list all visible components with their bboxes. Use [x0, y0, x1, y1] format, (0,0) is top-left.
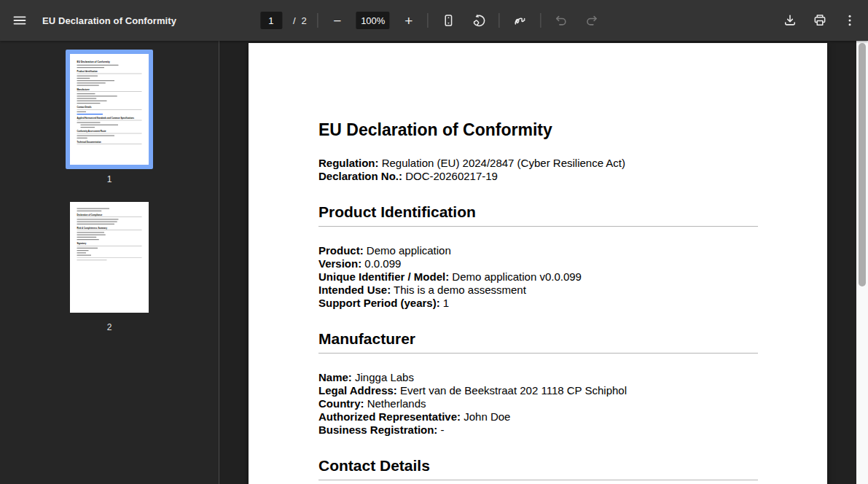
doc-section: ManufacturerName: Jingga LabsLegal Addre…	[318, 330, 758, 437]
doc-section: Product IdentificationProduct: Demo appl…	[318, 203, 758, 310]
annotate-icon[interactable]	[511, 11, 530, 30]
page-thumbnail-1[interactable]: EU Declaration of ConformityProduct Iden…	[66, 50, 153, 169]
zoom-in-button[interactable]: +	[401, 12, 417, 29]
menu-icon[interactable]	[10, 11, 29, 30]
section-heading: Contact Details	[318, 457, 758, 480]
fit-to-page-icon[interactable]	[439, 11, 458, 30]
pdf-page-1: EU Declaration of Conformity Regulation:…	[249, 43, 827, 484]
mini-text-line	[77, 254, 92, 255]
mini-footer-line	[77, 259, 107, 260]
mini-text-line	[77, 222, 117, 222]
mini-doc-title: EU Declaration of Conformity	[77, 60, 142, 63]
toolbar-divider	[318, 13, 318, 28]
more-options-icon[interactable]	[840, 11, 859, 30]
mini-section-heading: Conformity Assessment Route	[77, 130, 142, 133]
field-line: Legal Address: Evert van de Beekstraat 2…	[318, 384, 758, 397]
mini-section-heading: Declaration of Compliance	[77, 214, 142, 217]
mini-text-line	[81, 127, 95, 128]
doc-meta: Regulation: Regulation (EU) 2024/2847 (C…	[318, 157, 758, 183]
mini-link-line	[77, 114, 103, 114]
mini-text-line	[77, 219, 119, 219]
mini-section-heading: Applied Harmonized Standards and Common …	[77, 117, 142, 120]
mini-text-line	[77, 232, 104, 233]
pdf-toolbar: EU Declaration of Conformity 1 / 2 − 100…	[0, 0, 868, 41]
field-line: Support Period (years): 1	[318, 297, 758, 310]
mini-section-heading: Technical Documentation	[77, 141, 142, 144]
mini-section-heading: Signatory	[77, 243, 142, 246]
mini-rule	[77, 257, 142, 258]
pdf-viewport: EU Declaration of Conformity Regulation:…	[220, 41, 856, 484]
mini-text-line	[81, 125, 119, 125]
vertical-scrollbar-thumb[interactable]	[859, 43, 866, 286]
field-line: Product: Demo application	[318, 244, 758, 257]
toolbar-divider	[541, 13, 541, 28]
field-line: Authorized Representative: John Doe	[318, 410, 758, 424]
redo-icon[interactable]	[582, 11, 601, 30]
mini-text-line	[77, 101, 107, 101]
thumbnail-mini-content: EU Declaration of ConformityProduct Iden…	[70, 54, 149, 165]
meta-line: Declaration No.: DOC-20260217-19	[318, 170, 758, 183]
thumbnail-page-label: 2	[107, 322, 112, 332]
mini-text-line	[77, 82, 106, 83]
page-thumbnail-2[interactable]: Declaration of ComplianceRisk & Complete…	[66, 198, 153, 317]
mini-text-line	[77, 93, 95, 94]
mini-text-line	[77, 239, 99, 240]
mini-text-line	[77, 103, 101, 104]
thumbnail-page-preview: EU Declaration of ConformityProduct Iden…	[70, 54, 149, 165]
vertical-scrollbar-track[interactable]	[856, 41, 868, 484]
mini-text-line	[77, 78, 90, 79]
mini-text-line	[77, 65, 119, 66]
field-line: Unique Identifier / Model: Demo applicat…	[318, 270, 758, 284]
section-fields: Product: Demo applicationVersion: 0.0.09…	[318, 244, 758, 310]
mini-section-heading: Contact Details	[77, 106, 142, 110]
mini-section-heading: Risk & Completeness Summary	[77, 227, 142, 230]
mini-text-line	[77, 250, 89, 251]
mini-text-line	[77, 80, 115, 81]
thumbnail-sidebar: EU Declaration of ConformityProduct Iden…	[0, 41, 219, 484]
mini-section-heading: Manufacturer	[77, 88, 142, 92]
field-line: Country: Netherlands	[318, 397, 758, 410]
undo-icon[interactable]	[552, 11, 571, 30]
section-fields: Name: Jingga LabsLegal Address: Evert va…	[318, 371, 758, 437]
mini-section-heading: Product Identification	[77, 71, 142, 74]
toolbar-divider	[499, 13, 500, 28]
mini-text-line	[77, 208, 110, 209]
mini-text-line	[77, 135, 115, 136]
meta-line: Regulation: Regulation (EU) 2024/2847 (C…	[318, 157, 758, 170]
mini-text-line	[77, 235, 106, 235]
mini-text-line	[77, 224, 115, 225]
mini-text-line	[77, 122, 101, 122]
mini-text-line	[77, 98, 97, 99]
mini-text-line	[77, 248, 98, 249]
doc-heading: EU Declaration of Conformity	[318, 120, 758, 140]
section-heading: Manufacturer	[318, 330, 758, 354]
thumbnail-mini-content: Declaration of ComplianceRisk & Complete…	[70, 202, 149, 313]
field-line: Version: 0.0.099	[318, 257, 758, 270]
mini-text-line	[77, 252, 86, 253]
mini-text-line	[77, 85, 99, 86]
section-heading: Product Identification	[318, 203, 758, 227]
field-line: Name: Jingga Labs	[318, 371, 758, 384]
document-title: EU Declaration of Conformity	[42, 15, 176, 26]
mini-text-line	[77, 76, 98, 77]
thumbnail-page-preview: Declaration of ComplianceRisk & Complete…	[70, 202, 149, 313]
field-line: Intended Use: This is a demo assessment	[318, 284, 758, 297]
page-total: 2	[302, 15, 307, 26]
mini-text-line	[77, 211, 102, 211]
toolbar-divider	[428, 13, 429, 28]
mini-text-line	[77, 95, 117, 96]
zoom-level-input[interactable]: 100%	[356, 12, 390, 29]
mini-text-line	[77, 67, 104, 68]
field-line: Business Registration: -	[318, 424, 758, 437]
zoom-out-button[interactable]: −	[329, 12, 345, 29]
rotate-ccw-icon[interactable]	[469, 11, 488, 30]
doc-section: Contact Details	[318, 457, 758, 480]
mini-text-line	[77, 112, 86, 112]
thumbnail-page-label: 1	[107, 174, 112, 184]
print-icon[interactable]	[810, 11, 829, 30]
mini-text-line	[77, 138, 87, 138]
page-separator: /	[293, 15, 296, 26]
download-icon[interactable]	[781, 11, 799, 30]
mini-text-line	[77, 237, 97, 238]
page-number-input[interactable]: 1	[260, 12, 282, 29]
